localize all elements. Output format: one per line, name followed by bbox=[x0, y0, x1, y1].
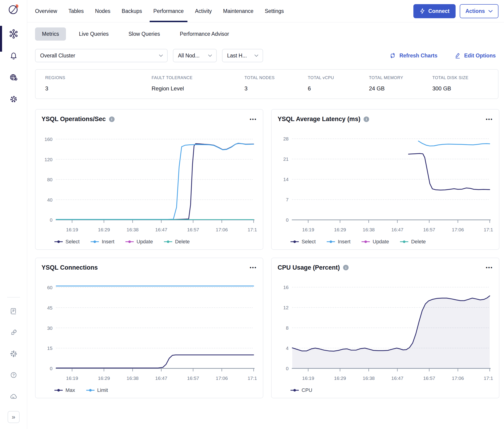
legend-label: Update bbox=[372, 239, 389, 245]
chart-card-ysql-operations: YSQL Operations/Sec i ••• 0408012016016:… bbox=[35, 109, 263, 250]
tab-performance[interactable]: Performance bbox=[153, 0, 184, 22]
svg-text:120: 120 bbox=[44, 157, 53, 162]
legend-marker-icon bbox=[54, 389, 63, 392]
svg-text:16:29: 16:29 bbox=[98, 227, 110, 232]
legend-marker-icon bbox=[400, 240, 408, 243]
svg-text:16:38: 16:38 bbox=[363, 227, 375, 232]
sidebar-item-network-settings[interactable] bbox=[9, 73, 18, 82]
sidebar-item-alerts[interactable] bbox=[9, 51, 18, 60]
subtab-slow-queries[interactable]: Slow Queries bbox=[122, 27, 167, 41]
tab-overview[interactable]: Overview bbox=[35, 0, 57, 22]
svg-text:16:38: 16:38 bbox=[363, 375, 375, 381]
svg-text:7: 7 bbox=[286, 197, 289, 202]
legend-label: CPU bbox=[301, 387, 312, 393]
legend-marker-icon bbox=[291, 389, 299, 392]
chart-canvas: 0408012016016:1916:2916:3816:4716:5717:0… bbox=[42, 124, 257, 238]
chevron-down-icon bbox=[488, 10, 493, 13]
top-nav: Overview Tables Nodes Backups Performanc… bbox=[27, 0, 504, 22]
connect-button[interactable]: Connect bbox=[413, 4, 456, 18]
book-icon bbox=[9, 307, 18, 316]
chart-menu-button[interactable]: ••• bbox=[486, 265, 493, 270]
help-icon: ? bbox=[9, 371, 18, 379]
refresh-charts-button[interactable]: Refresh Charts bbox=[389, 52, 437, 59]
svg-text:0: 0 bbox=[50, 366, 53, 371]
info-icon[interactable]: i bbox=[109, 116, 115, 122]
legend-item-select: Select bbox=[54, 239, 80, 245]
chart-legend: SelectInsertUpdateDelete bbox=[42, 238, 257, 248]
info-icon[interactable]: i bbox=[363, 116, 369, 122]
svg-text:17:06: 17:06 bbox=[216, 227, 228, 232]
info-icon[interactable]: i bbox=[343, 265, 349, 270]
sidebar-item-clusters[interactable] bbox=[9, 29, 18, 39]
sidebar-item-help[interactable]: ? bbox=[9, 371, 18, 379]
stat-label: FAULT TOLERANCE bbox=[152, 75, 245, 80]
slack-icon bbox=[9, 349, 18, 358]
svg-text:16:29: 16:29 bbox=[334, 227, 346, 232]
pencil-icon bbox=[454, 52, 461, 59]
sidebar-item-slack[interactable] bbox=[9, 349, 18, 358]
main-content: Overview Tables Nodes Backups Performanc… bbox=[27, 0, 504, 429]
tab-activity[interactable]: Activity bbox=[195, 0, 212, 22]
sidebar-item-docs[interactable] bbox=[9, 307, 18, 316]
legend-item-update: Update bbox=[362, 239, 389, 245]
svg-text:30: 30 bbox=[47, 325, 53, 331]
chart-menu-button[interactable]: ••• bbox=[486, 116, 493, 122]
tab-backups[interactable]: Backups bbox=[122, 0, 142, 22]
svg-text:28: 28 bbox=[283, 136, 289, 141]
yugabyte-logo[interactable] bbox=[8, 3, 20, 16]
svg-text:16:19: 16:19 bbox=[66, 227, 78, 232]
legend-item-update: Update bbox=[125, 239, 153, 245]
legend-label: Insert bbox=[338, 239, 350, 245]
legend-marker-icon bbox=[164, 240, 172, 243]
actions-button[interactable]: Actions bbox=[460, 4, 498, 18]
chevron-down-icon bbox=[159, 54, 163, 57]
svg-text:17:16: 17:16 bbox=[248, 227, 257, 232]
legend-label: Delete bbox=[175, 239, 190, 245]
nodes-select[interactable]: All Nod... bbox=[173, 49, 217, 62]
sidebar-item-settings[interactable] bbox=[9, 95, 18, 104]
subtab-live-queries[interactable]: Live Queries bbox=[72, 27, 115, 41]
svg-text:60: 60 bbox=[47, 285, 53, 290]
stat-value: 3 bbox=[45, 85, 152, 92]
chart-menu-button[interactable]: ••• bbox=[250, 116, 257, 122]
sidebar-item-integrations[interactable] bbox=[9, 328, 18, 337]
svg-text:16:47: 16:47 bbox=[391, 227, 403, 232]
edit-options-button[interactable]: Edit Options bbox=[454, 52, 496, 59]
chart-legend: SelectInsertUpdateDelete bbox=[278, 238, 493, 248]
sidebar-expand-button[interactable]: » bbox=[8, 411, 20, 423]
filter-row: Overall Cluster All Nod... Last H... Ref… bbox=[27, 43, 504, 62]
connect-label: Connect bbox=[428, 8, 450, 14]
stat-label: REGIONS bbox=[45, 75, 152, 80]
chart-toolbar: Refresh Charts Edit Options bbox=[389, 52, 498, 59]
svg-text:21: 21 bbox=[283, 156, 289, 162]
svg-text:14: 14 bbox=[283, 177, 289, 182]
subtab-performance-advisor[interactable]: Performance Advisor bbox=[173, 27, 236, 41]
svg-text:80: 80 bbox=[47, 177, 53, 182]
svg-text:16:57: 16:57 bbox=[423, 375, 435, 381]
globe-gear-icon bbox=[9, 73, 18, 82]
time-range-select-value: Last H... bbox=[227, 53, 247, 59]
tab-settings[interactable]: Settings bbox=[265, 0, 284, 22]
cluster-select[interactable]: Overall Cluster bbox=[35, 49, 168, 62]
svg-text:4: 4 bbox=[286, 346, 289, 351]
legend-label: Update bbox=[136, 239, 153, 245]
chart-card-header: YSQL Average Latency (ms) i ••• bbox=[278, 116, 493, 123]
stat-value: Region Level bbox=[152, 85, 245, 92]
stat-total-vcpu: TOTAL vCPU 6 bbox=[308, 75, 369, 92]
legend-marker-icon bbox=[362, 240, 370, 243]
svg-text:16:47: 16:47 bbox=[391, 375, 403, 381]
tab-tables[interactable]: Tables bbox=[69, 0, 84, 22]
chart-menu-button[interactable]: ••• bbox=[250, 265, 257, 270]
subtab-metrics[interactable]: Metrics bbox=[35, 27, 66, 41]
legend-item-limit: Limit bbox=[86, 387, 108, 393]
cluster-summary-bar: REGIONS 3 FAULT TOLERANCE Region Level T… bbox=[35, 69, 498, 99]
tab-maintenance[interactable]: Maintenance bbox=[223, 0, 254, 22]
time-range-select[interactable]: Last H... bbox=[222, 49, 263, 62]
stat-fault-tolerance: FAULT TOLERANCE Region Level bbox=[152, 75, 245, 92]
chart-title: YSQL Operations/Sec bbox=[42, 116, 106, 123]
chart-canvas: 01530456016:1916:2916:3816:4716:5717:061… bbox=[42, 272, 257, 387]
stat-value: 3 bbox=[244, 85, 308, 92]
sidebar-item-cloud-status[interactable] bbox=[9, 392, 18, 401]
legend-marker-icon bbox=[86, 389, 95, 392]
tab-nodes[interactable]: Nodes bbox=[95, 0, 110, 22]
